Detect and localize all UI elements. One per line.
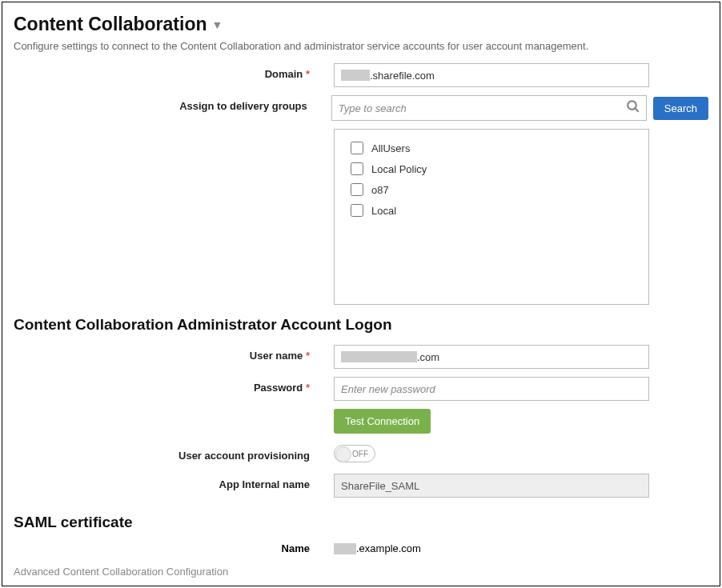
username-label: User name xyxy=(250,350,303,362)
page-description: Configure settings to connect to the Con… xyxy=(14,40,708,52)
internal-name-label: App Internal name xyxy=(219,478,310,490)
toggle-state: OFF xyxy=(352,450,368,458)
username-input[interactable]: .com xyxy=(334,345,649,369)
group-item[interactable]: Local Policy xyxy=(351,158,632,179)
page-title-text: Content Collaboration xyxy=(14,14,207,35)
group-label: Local Policy xyxy=(371,163,427,175)
password-input[interactable] xyxy=(334,377,649,401)
group-item[interactable]: Local xyxy=(351,200,632,221)
group-checkbox[interactable] xyxy=(351,204,363,217)
username-suffix: .com xyxy=(417,351,439,363)
assign-groups-label: Assign to delivery groups xyxy=(179,100,307,112)
saml-name-suffix: .example.com xyxy=(356,542,421,554)
domain-suffix: .sharefile.com xyxy=(370,70,435,82)
domain-input[interactable]: .sharefile.com xyxy=(334,63,649,87)
group-item[interactable]: AllUsers xyxy=(351,138,632,158)
search-input[interactable] xyxy=(331,95,647,121)
group-checkbox[interactable] xyxy=(351,162,363,175)
redacted-text xyxy=(341,351,417,362)
group-label: o87 xyxy=(371,184,389,196)
domain-label: Domain xyxy=(265,68,303,80)
group-label: AllUsers xyxy=(371,142,410,154)
caret-down-icon: ▼ xyxy=(211,19,223,30)
internal-name-value: ShareFile_SAML xyxy=(334,474,649,498)
advanced-config-link[interactable]: Advanced Content Collaboration Configura… xyxy=(14,566,228,578)
page-container: Content Collaboration ▼ Configure settin… xyxy=(2,2,720,586)
required-marker: * xyxy=(306,350,310,362)
provisioning-toggle[interactable]: OFF xyxy=(334,445,375,462)
redacted-text xyxy=(341,70,370,81)
search-button[interactable]: Search xyxy=(653,97,708,120)
page-title[interactable]: Content Collaboration ▼ xyxy=(14,14,223,35)
redacted-text xyxy=(334,543,356,554)
group-label: Local xyxy=(371,205,396,217)
delivery-groups-list: AllUsers Local Policy o87 Local xyxy=(334,129,649,305)
group-checkbox[interactable] xyxy=(351,142,363,154)
group-checkbox[interactable] xyxy=(351,183,363,196)
required-marker: * xyxy=(306,382,310,394)
admin-section-title: Content Collaboration Administrator Acco… xyxy=(14,316,708,334)
saml-section-title: SAML certificate xyxy=(14,514,708,531)
group-item[interactable]: o87 xyxy=(351,179,632,200)
password-label: Password xyxy=(254,382,303,394)
saml-name-label: Name xyxy=(282,542,310,554)
test-connection-button[interactable]: Test Connection xyxy=(334,409,431,434)
required-marker: * xyxy=(306,68,310,80)
provisioning-label: User account provisioning xyxy=(178,450,310,462)
